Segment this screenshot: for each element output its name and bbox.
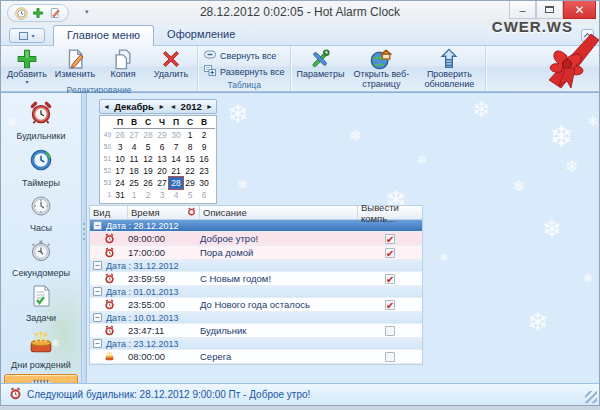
table-row[interactable]: 09:00:00Доброе утро!✔ bbox=[90, 232, 422, 246]
tab-main-menu[interactable]: Главное меню bbox=[53, 25, 154, 46]
column-wake-computer[interactable]: Вывести компь... bbox=[358, 206, 422, 219]
table-row[interactable]: 23:47:11Будильник bbox=[90, 324, 422, 338]
calendar-day[interactable]: 1 bbox=[183, 129, 197, 141]
calendar-day[interactable]: 25 bbox=[127, 177, 141, 189]
collapse-box-icon[interactable]: − bbox=[93, 261, 102, 270]
calendar-day[interactable]: 10 bbox=[113, 153, 127, 165]
table-group-row[interactable]: −Дата : 01.01.2013 bbox=[90, 286, 422, 298]
edit-button[interactable]: Изменить bbox=[51, 47, 99, 81]
add-button[interactable]: Добавить ▾ bbox=[3, 47, 51, 85]
calendar-day[interactable]: 6 bbox=[155, 141, 169, 153]
sidebar-item-tasks[interactable]: Задачи bbox=[4, 282, 78, 326]
sidebar-item-stopwatches[interactable]: Секундомеры bbox=[4, 237, 78, 281]
calendar-day[interactable]: 30 bbox=[169, 129, 183, 141]
wake-computer-checkbox[interactable]: ✔ bbox=[385, 274, 395, 284]
wake-computer-checkbox[interactable]: ✔ bbox=[385, 234, 395, 244]
table-row[interactable]: 23:55:00До Нового года осталось✔ bbox=[90, 298, 422, 312]
table-group-row[interactable]: −Дата : 23.12.2013 bbox=[90, 338, 422, 350]
wake-computer-checkbox[interactable] bbox=[385, 352, 395, 362]
prev-year-arrow[interactable]: ◄ bbox=[169, 103, 176, 110]
calendar-day[interactable]: 15 bbox=[183, 153, 197, 165]
table-group-row[interactable]: −Дата : 10.01.2013 bbox=[90, 312, 422, 324]
table-row[interactable]: 17:00:00Пора домой✔ bbox=[90, 246, 422, 260]
expand-all-button[interactable]: Развернуть все bbox=[204, 65, 284, 78]
sidebar-item-timers[interactable]: Таймеры bbox=[4, 145, 78, 191]
prev-month-arrow[interactable]: ◄ bbox=[103, 103, 110, 110]
minimize-button[interactable]: – bbox=[509, 1, 536, 19]
calendar-day[interactable]: 28 bbox=[141, 129, 155, 141]
table-row[interactable]: 08:00:00Серега bbox=[90, 350, 422, 364]
calendar-day[interactable]: 2 bbox=[197, 129, 211, 141]
sidebar-item-alarms[interactable]: Будильники bbox=[4, 98, 78, 144]
calendar-day[interactable]: 7 bbox=[169, 141, 183, 153]
calendar-day[interactable]: 12 bbox=[141, 153, 155, 165]
wake-computer-checkbox[interactable]: ✔ bbox=[385, 248, 395, 258]
calendar-day[interactable]: 19 bbox=[141, 165, 155, 177]
table-row[interactable]: 23:59:59С Новым годом!✔ bbox=[90, 272, 422, 286]
close-button[interactable]: ✕ bbox=[563, 1, 596, 19]
calendar-day[interactable]: 22 bbox=[183, 165, 197, 177]
sidebar-item-calendar[interactable]: 7 Календарь bbox=[4, 374, 78, 383]
calendar-day[interactable]: 30 bbox=[197, 177, 211, 189]
calendar-day[interactable]: 29 bbox=[155, 129, 169, 141]
sidebar-item-clocks[interactable]: Часы bbox=[4, 192, 78, 236]
check-update-button[interactable]: Проверить обновление bbox=[415, 47, 483, 91]
settings-button[interactable]: Параметры bbox=[293, 47, 347, 81]
calendar-day[interactable]: 2 bbox=[141, 189, 155, 201]
app-window: ▾ 28.12.2012 0:02:05 - Hot Alarm Clock –… bbox=[0, 0, 600, 406]
calendar-day[interactable]: 14 bbox=[169, 153, 183, 165]
table-body: −Дата : 28.12.201209:00:00Доброе утро!✔1… bbox=[90, 220, 422, 364]
next-month-arrow[interactable]: ► bbox=[158, 103, 165, 110]
collapse-box-icon[interactable]: − bbox=[93, 313, 102, 322]
ribbon-collapse-button[interactable] bbox=[581, 29, 594, 42]
calendar-day[interactable]: 5 bbox=[183, 189, 197, 201]
calendar-day-selected[interactable]: 28 bbox=[169, 177, 183, 189]
calendar-day[interactable]: 4 bbox=[169, 189, 183, 201]
wake-computer-checkbox[interactable] bbox=[385, 326, 395, 336]
calendar-day[interactable]: 18 bbox=[127, 165, 141, 177]
collapse-box-icon[interactable]: − bbox=[93, 287, 102, 296]
calendar-day[interactable]: 3 bbox=[155, 189, 169, 201]
calendar-day[interactable]: 31 bbox=[113, 189, 127, 201]
column-view[interactable]: Вид bbox=[90, 206, 128, 219]
table-group-row[interactable]: −Дата : 31.12.2012 bbox=[90, 260, 422, 272]
collapse-all-button[interactable]: Свернуть все bbox=[204, 49, 276, 62]
calendar-day[interactable]: 4 bbox=[127, 141, 141, 153]
calendar-day[interactable]: 16 bbox=[197, 153, 211, 165]
tab-appearance[interactable]: Оформление bbox=[154, 25, 248, 46]
calendar-day[interactable]: 5 bbox=[141, 141, 155, 153]
calendar-day-header: Ч bbox=[155, 117, 169, 128]
wake-computer-checkbox[interactable]: ✔ bbox=[385, 300, 395, 310]
calendar-day[interactable]: 6 bbox=[197, 189, 211, 201]
resize-grip[interactable] bbox=[585, 391, 597, 403]
calendar-day[interactable]: 9 bbox=[197, 141, 211, 153]
snowflake-icon: ❄ bbox=[472, 97, 490, 123]
app-menu-button[interactable]: ▾ bbox=[9, 28, 45, 43]
calendar-day[interactable]: 26 bbox=[141, 177, 155, 189]
calendar-day[interactable]: 27 bbox=[127, 129, 141, 141]
calendar-day[interactable]: 24 bbox=[113, 177, 127, 189]
calendar-day[interactable]: 17 bbox=[113, 165, 127, 177]
next-year-arrow[interactable]: ► bbox=[206, 103, 213, 110]
calendar-day[interactable]: 26 bbox=[113, 129, 127, 141]
calendar-day[interactable]: 1 bbox=[127, 189, 141, 201]
copy-button[interactable]: Копия bbox=[99, 47, 147, 81]
open-webpage-button[interactable]: Открыть веб-страницу bbox=[347, 47, 415, 91]
calendar-day[interactable]: 8 bbox=[183, 141, 197, 153]
sidebar-item-birthdays[interactable]: Дни рождений bbox=[4, 327, 78, 373]
calendar-day[interactable]: 27 bbox=[155, 177, 169, 189]
calendar-day[interactable]: 23 bbox=[197, 165, 211, 177]
collapse-box-icon[interactable]: − bbox=[93, 221, 102, 230]
calendar-day[interactable]: 29 bbox=[183, 177, 197, 189]
calendar-day[interactable]: 11 bbox=[127, 153, 141, 165]
collapse-box-icon[interactable]: − bbox=[93, 339, 102, 348]
calendar-day[interactable]: 13 bbox=[155, 153, 169, 165]
column-time[interactable]: Время bbox=[128, 206, 200, 219]
delete-button[interactable]: Удалить bbox=[147, 47, 195, 81]
calendar-day[interactable]: 3 bbox=[113, 141, 127, 153]
calendar-day[interactable]: 20 bbox=[155, 165, 169, 177]
maximize-button[interactable] bbox=[536, 1, 563, 19]
mini-calendar: ◄ Декабрь ► ◄ 2012 ► ПВСЧПСВ 49262728293… bbox=[99, 99, 217, 221]
calendar-day[interactable]: 21 bbox=[169, 165, 183, 177]
column-description[interactable]: Описание bbox=[200, 206, 358, 219]
